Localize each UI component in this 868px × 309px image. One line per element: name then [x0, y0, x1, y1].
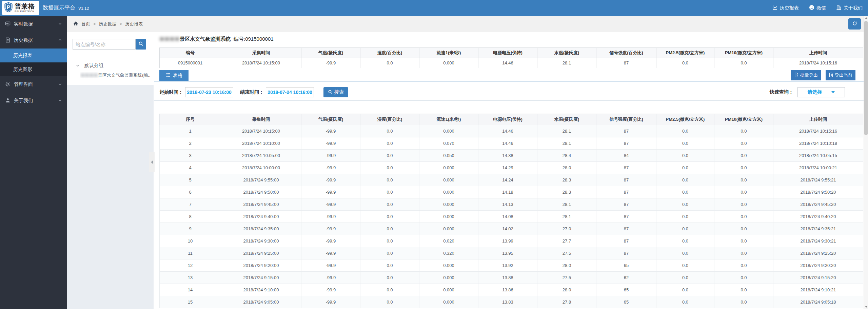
table-cell: 0.0: [714, 284, 773, 296]
table-row: 142018/7/24 9:10:00-99.90.00.00013.8628.…: [160, 284, 863, 296]
table-row: 152018/7/24 9:05:00-99.90.00.00013.8327.…: [160, 296, 863, 308]
table-cell: 0.0: [360, 137, 419, 150]
table-cell: 2018/7/24 9:20:00: [221, 259, 301, 272]
table-cell: 14.24: [478, 174, 537, 186]
breadcrumb-history-data[interactable]: 历史数据: [99, 21, 117, 27]
vertical-scrollbar[interactable]: [864, 16, 868, 309]
station-name-redacted: 〓〓〓〓: [80, 73, 98, 78]
table-cell: -99.9: [301, 296, 360, 308]
table-cell: 0.0: [360, 58, 419, 68]
breadcrumb-history-report[interactable]: 历史报表: [125, 21, 143, 27]
tab-table[interactable]: 表格: [159, 70, 189, 81]
table-cell: 13.95: [478, 247, 537, 259]
column-header: PM2.5(微克/立方米): [656, 114, 714, 125]
station-panel: 默认分组 〓〓〓〓景区水文气象监测系统(编...: [67, 32, 154, 309]
topbar-link-about[interactable]: 关于我们: [836, 5, 863, 11]
table-cell: -99.9: [301, 58, 360, 68]
table-cell: 87: [596, 235, 656, 247]
collapse-left-icon: [151, 160, 153, 164]
topbar: P 普莱格 PFLEGETECH 数据展示平台 V1.12 历史报表 微: [0, 0, 868, 16]
export-current-button[interactable]: 导出当前: [826, 70, 855, 80]
refresh-button[interactable]: [848, 18, 861, 30]
table-cell: 0.000: [419, 259, 478, 272]
user-icon: [5, 98, 11, 104]
table-cell: 0.0: [714, 235, 773, 247]
table-cell: 0.0: [656, 259, 714, 272]
table-row: 52018/7/24 9:55:00-99.90.00.00014.2428.3…: [160, 174, 863, 186]
sidebar-item-about[interactable]: 关于我们: [0, 93, 67, 109]
chevron-down-icon: [58, 82, 62, 87]
quick-query-label: 快速查询：: [770, 89, 793, 95]
table-cell: 0.0: [360, 296, 419, 308]
table-cell: 0.0: [360, 198, 419, 211]
column-header: PM10(微克/立方米): [714, 114, 773, 125]
table-cell: 2018/7/24 10:10:18: [773, 137, 863, 150]
table-cell: 0.000: [419, 272, 478, 284]
station-search-button[interactable]: [136, 39, 146, 50]
table-cell: 87: [596, 211, 656, 223]
table-cell: 2018/7/24 9:30:21: [773, 235, 863, 247]
table-cell: 0.0: [656, 284, 714, 296]
table-list-icon: [165, 73, 171, 78]
table-cell: 0.0: [714, 272, 773, 284]
chevron-down-icon: [58, 98, 62, 103]
scroll-up-button[interactable]: [864, 16, 868, 20]
table-cell: 0.0: [360, 284, 419, 296]
quick-query-select[interactable]: 请选择: [797, 87, 845, 97]
sidebar-item-realtime-data[interactable]: 实时数据: [0, 16, 67, 32]
table-cell: 0.0: [360, 186, 419, 198]
arrow-up-icon: [865, 17, 868, 19]
table-cell: 0.0: [656, 296, 714, 308]
topbar-link-wechat[interactable]: 微信: [809, 5, 826, 11]
table-cell: 0.0: [656, 125, 714, 137]
title-redacted: 〓〓〓〓: [159, 36, 180, 42]
table-cell: 2018/7/24 10:15:16: [773, 125, 863, 137]
station-tree-item[interactable]: 〓〓〓〓景区水文气象监测系统(编...: [80, 72, 150, 78]
end-time-label: 结束时间：: [240, 89, 264, 95]
table-row: 72018/7/24 9:45:00-99.90.00.00014.1328.1…: [160, 198, 863, 211]
column-header: PM10(微克/立方米): [714, 48, 773, 58]
panel-collapse-handle[interactable]: [149, 152, 155, 172]
table-cell: 2018/7/24 10:00:00: [221, 162, 301, 174]
main-content: 〓〓〓〓景区水文气象监测系统编号:0915000001 编号采集时间气温(摄氏度…: [154, 32, 864, 309]
history-data-icon: [5, 37, 11, 44]
station-search-input[interactable]: [73, 39, 136, 50]
table-cell: 0.0: [656, 247, 714, 259]
table-cell: 0.000: [419, 211, 478, 223]
column-header: 流速1(米/秒): [419, 48, 478, 58]
table-cell: 65: [596, 296, 656, 308]
table-cell: 28.4: [537, 150, 596, 162]
table-cell: 0.0: [714, 137, 773, 150]
station-group-default[interactable]: 默认分组: [76, 63, 103, 69]
breadcrumb-home[interactable]: 首页: [81, 21, 90, 27]
table-cell: 14.02: [478, 223, 537, 235]
sidebar-item-history-report[interactable]: 历史报表: [0, 49, 67, 62]
topbar-link-history-report[interactable]: 历史报表: [772, 5, 799, 11]
table-cell: 2018/7/24 9:15:00: [221, 272, 301, 284]
table-cell: 65: [596, 259, 656, 272]
table-cell: 14.13: [478, 198, 537, 211]
search-button[interactable]: 搜索: [323, 87, 348, 97]
table-cell: 87: [596, 174, 656, 186]
table-row: 112018/7/24 9:25:00-99.90.00.32013.9527.…: [160, 247, 863, 259]
sidebar-item-admin[interactable]: 管理界面: [0, 76, 67, 93]
start-time-input[interactable]: [185, 87, 233, 97]
batch-export-button[interactable]: 批量导出: [791, 70, 821, 80]
table-cell: 2018/7/24 9:50:20: [773, 186, 863, 198]
table-cell: 10: [160, 235, 221, 247]
end-time-input[interactable]: [266, 87, 314, 97]
column-header: 气温(摄氏度): [301, 48, 360, 58]
table-cell: 14.46: [478, 58, 537, 68]
table-cell: 2018/7/24 10:00:21: [773, 162, 863, 174]
table-cell: 0.070: [419, 137, 478, 150]
column-header: 采集时间: [221, 48, 301, 58]
sidebar-item-history-graph[interactable]: 历史图形: [0, 62, 67, 76]
table-cell: 0.0: [360, 125, 419, 137]
scrollbar-thumb[interactable]: [864, 21, 868, 135]
table-cell: 28.0: [537, 284, 596, 296]
table-cell: 0.0: [360, 235, 419, 247]
sidebar-item-history-data[interactable]: 历史数据: [0, 32, 67, 49]
table-cell: 28.1: [537, 137, 596, 150]
scroll-down-button[interactable]: [864, 305, 868, 309]
station-system-name: 景区水文气象监测系统: [180, 36, 231, 42]
